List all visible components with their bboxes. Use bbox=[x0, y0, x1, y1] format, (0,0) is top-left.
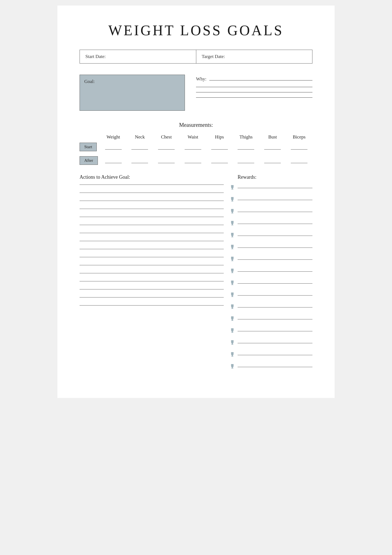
action-line-9 bbox=[80, 249, 224, 249]
start-weight bbox=[100, 142, 127, 152]
reward-row-14 bbox=[229, 340, 312, 347]
reward-line-16 bbox=[238, 367, 312, 367]
reward-line-10 bbox=[238, 295, 312, 296]
action-line-16 bbox=[80, 305, 224, 306]
trophy-icon-16 bbox=[229, 364, 235, 370]
trophy-icon-13 bbox=[229, 328, 235, 335]
trophy-icon-14 bbox=[229, 340, 235, 347]
col-hips: Hips bbox=[206, 133, 233, 142]
target-date-cell: Target Date: bbox=[196, 50, 312, 63]
action-line-12 bbox=[80, 273, 224, 273]
trophy-icon-11 bbox=[229, 304, 235, 311]
action-line-2 bbox=[80, 193, 224, 193]
reward-row-3 bbox=[229, 208, 312, 215]
measurements-header-row: Weight Neck Chest Waist Hips Thighs Bust… bbox=[80, 133, 312, 142]
reward-row-2 bbox=[229, 196, 312, 203]
why-line bbox=[209, 80, 312, 80]
goal-section: Goal: Why: bbox=[80, 75, 312, 111]
reward-row-11 bbox=[229, 304, 312, 311]
start-date-label: Start Date: bbox=[85, 54, 106, 59]
col-waist: Waist bbox=[180, 133, 206, 142]
reward-line-9 bbox=[238, 283, 312, 284]
after-neck bbox=[126, 155, 153, 166]
start-date-cell: Start Date: bbox=[80, 50, 196, 63]
reward-row-13 bbox=[229, 328, 312, 335]
col-bust: Bust bbox=[259, 133, 286, 142]
reward-line-15 bbox=[238, 355, 312, 355]
trophy-icon-5 bbox=[229, 232, 235, 239]
reward-line-1 bbox=[238, 188, 312, 188]
after-biceps bbox=[286, 155, 312, 166]
reward-line-8 bbox=[238, 271, 312, 272]
after-weight bbox=[100, 155, 127, 166]
trophy-icon-9 bbox=[229, 280, 235, 287]
reward-row-4 bbox=[229, 220, 312, 227]
after-label-cell: After bbox=[80, 155, 100, 166]
start-label-cell: Start bbox=[80, 142, 100, 152]
trophy-icon-6 bbox=[229, 244, 235, 251]
col-chest: Chest bbox=[153, 133, 180, 142]
action-line-13 bbox=[80, 281, 224, 281]
action-line-6 bbox=[80, 225, 224, 225]
trophy-icon-10 bbox=[229, 292, 235, 299]
reward-line-13 bbox=[238, 331, 312, 331]
reward-row-9 bbox=[229, 280, 312, 287]
why-section: Why: bbox=[196, 75, 312, 98]
action-line-4 bbox=[80, 209, 224, 209]
after-button[interactable]: After bbox=[80, 156, 98, 165]
extra-line-2 bbox=[196, 92, 312, 92]
after-bust bbox=[259, 155, 286, 166]
why-row: Why: bbox=[196, 76, 312, 82]
col-weight: Weight bbox=[100, 133, 127, 142]
reward-line-5 bbox=[238, 236, 312, 236]
trophy-icon-15 bbox=[229, 352, 235, 359]
action-line-8 bbox=[80, 241, 224, 241]
start-button[interactable]: Start bbox=[80, 143, 97, 151]
rewards-title: Rewards: bbox=[229, 174, 312, 180]
reward-row-15 bbox=[229, 352, 312, 359]
action-line-11 bbox=[80, 265, 224, 265]
measurements-section: Measurements: Weight Neck Chest Waist Hi… bbox=[80, 122, 312, 166]
bottom-section: Actions to Achieve Goal: Rewards: bbox=[80, 174, 312, 375]
measurements-title: Measurements: bbox=[80, 122, 312, 128]
rewards-column: Rewards: bbox=[224, 174, 312, 375]
trophy-icon-8 bbox=[229, 268, 235, 275]
start-waist bbox=[180, 142, 206, 152]
extra-line-1 bbox=[196, 87, 312, 87]
action-line-7 bbox=[80, 233, 224, 233]
start-bust bbox=[259, 142, 286, 152]
trophy-icon-3 bbox=[229, 208, 235, 215]
reward-line-4 bbox=[238, 224, 312, 224]
reward-row-5 bbox=[229, 232, 312, 239]
actions-title: Actions to Achieve Goal: bbox=[80, 174, 224, 180]
reward-line-3 bbox=[238, 212, 312, 212]
extra-line-3 bbox=[196, 97, 312, 98]
measurements-after-row: After bbox=[80, 155, 312, 166]
reward-line-11 bbox=[238, 307, 312, 307]
after-hips bbox=[206, 155, 233, 166]
trophy-icon-12 bbox=[229, 316, 235, 323]
measurements-start-row: Start bbox=[80, 142, 312, 152]
page-title: WEIGHT LOSS GOALS bbox=[80, 22, 312, 39]
start-biceps bbox=[286, 142, 312, 152]
reward-row-6 bbox=[229, 244, 312, 251]
date-row: Start Date: Target Date: bbox=[80, 50, 312, 64]
trophy-icon-2 bbox=[229, 196, 235, 203]
action-line-3 bbox=[80, 201, 224, 201]
reward-row-1 bbox=[229, 185, 312, 191]
action-line-14 bbox=[80, 289, 224, 289]
reward-row-10 bbox=[229, 292, 312, 299]
why-label: Why: bbox=[196, 76, 207, 82]
reward-line-6 bbox=[238, 248, 312, 248]
after-chest bbox=[153, 155, 180, 166]
target-date-label: Target Date: bbox=[202, 54, 225, 59]
action-line-1 bbox=[80, 185, 224, 185]
col-thighs: Thighs bbox=[233, 133, 259, 142]
page: WEIGHT LOSS GOALS Start Date: Target Dat… bbox=[57, 6, 335, 398]
actions-column: Actions to Achieve Goal: bbox=[80, 174, 224, 375]
col-biceps: Biceps bbox=[286, 133, 312, 142]
reward-row-7 bbox=[229, 256, 312, 263]
reward-line-2 bbox=[238, 200, 312, 200]
start-neck bbox=[126, 142, 153, 152]
start-chest bbox=[153, 142, 180, 152]
